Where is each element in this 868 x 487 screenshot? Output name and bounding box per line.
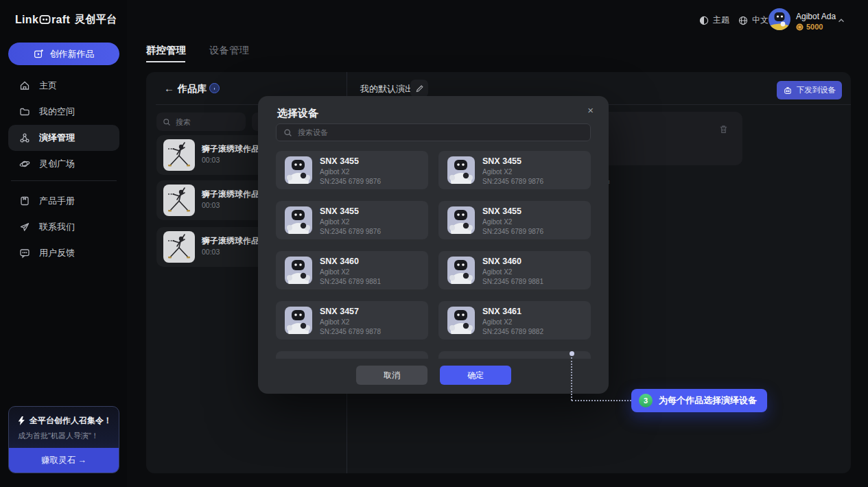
device-name: SNX 3455 bbox=[320, 206, 359, 216]
library-title: 作品库 bbox=[178, 83, 207, 95]
tab-group-control[interactable]: 群控管理 bbox=[146, 44, 186, 57]
cancel-button[interactable]: 取消 bbox=[356, 366, 427, 385]
modal-title: 选择设备 bbox=[277, 107, 318, 120]
confirm-button[interactable]: 确定 bbox=[440, 366, 511, 385]
sidebar-item-performance-mgmt[interactable]: 演绎管理 bbox=[8, 125, 119, 151]
device-avatar bbox=[447, 206, 475, 234]
device-card[interactable]: SNX 3457 Agibot X2 SN:2345 6789 9878 bbox=[276, 301, 428, 340]
lightning-icon bbox=[18, 416, 25, 425]
device-model: Agibot X2 bbox=[482, 268, 512, 276]
trash-icon[interactable] bbox=[718, 124, 729, 134]
sidebar-item-label: 产品手册 bbox=[39, 195, 75, 207]
device-name: SNX 3457 bbox=[320, 307, 359, 316]
device-avatar bbox=[285, 257, 312, 284]
onboarding-tooltip: 3 为每个作品选择演绎设备 bbox=[631, 389, 767, 412]
work-title: 狮子滚绣球作品 bbox=[202, 235, 259, 247]
device-sn: SN:2345 6789 9876 bbox=[320, 228, 381, 235]
theme-icon bbox=[699, 16, 709, 25]
close-icon[interactable]: × bbox=[587, 105, 594, 115]
globe-icon bbox=[738, 16, 748, 25]
sidebar-item-plaza[interactable]: 灵创广场 bbox=[8, 151, 119, 177]
step-badge: 3 bbox=[639, 394, 653, 407]
back-arrow-icon[interactable]: ← bbox=[164, 82, 174, 94]
create-work-label: 创作新作品 bbox=[50, 48, 95, 60]
library-search[interactable] bbox=[156, 112, 246, 131]
device-name: SNX 3455 bbox=[482, 156, 521, 166]
device-card[interactable]: SNX 3460 Agibot X2 SN:2345 6789 9881 bbox=[438, 251, 591, 289]
tab-active-underline bbox=[146, 61, 185, 62]
device-card[interactable]: SNX 3455 Agibot X2 SN:2345 6789 9876 bbox=[438, 201, 591, 239]
device-card[interactable]: SNX 3460 Agibot X2 SN:2345 6789 9881 bbox=[276, 251, 428, 289]
coin-icon bbox=[796, 23, 804, 31]
device-card-partial bbox=[438, 351, 591, 359]
work-duration: 00:03 bbox=[202, 156, 220, 164]
sidebar-item-my-space[interactable]: 我的空间 bbox=[8, 99, 119, 125]
create-work-button[interactable]: 创作新作品 bbox=[8, 43, 119, 65]
sidebar-divider bbox=[11, 180, 117, 181]
sidebar-item-label: 联系我们 bbox=[39, 221, 75, 233]
robot-head-icon bbox=[783, 86, 793, 95]
sidebar-item-contact-us[interactable]: 联系我们 bbox=[8, 214, 119, 240]
sidebar-item-product-manual[interactable]: 产品手册 bbox=[8, 188, 119, 214]
search-icon bbox=[163, 118, 171, 126]
planet-icon bbox=[19, 158, 30, 169]
sidebar-item-label: 演绎管理 bbox=[39, 132, 75, 144]
folder-icon bbox=[19, 106, 30, 117]
theme-toggle[interactable]: 主题 bbox=[699, 14, 729, 26]
create-video-icon bbox=[34, 49, 44, 59]
device-name: SNX 3460 bbox=[482, 257, 521, 266]
device-search-input[interactable] bbox=[298, 128, 583, 136]
tooltip-text: 为每个作品选择演绎设备 bbox=[659, 394, 757, 407]
pencil-icon bbox=[415, 84, 424, 93]
device-card[interactable]: SNX 3455 Agibot X2 SN:2345 6789 9876 bbox=[276, 151, 428, 189]
hub-nodes-icon bbox=[19, 132, 30, 143]
paper-plane-icon bbox=[19, 222, 30, 233]
device-name: SNX 3455 bbox=[320, 156, 359, 166]
earn-gems-button[interactable]: 赚取灵石 → bbox=[9, 448, 119, 473]
device-model: Agibot X2 bbox=[320, 218, 349, 226]
logo-text-post: raft bbox=[51, 14, 70, 26]
device-sn: SN:2345 6789 9881 bbox=[320, 278, 381, 285]
search-icon bbox=[283, 128, 292, 137]
deploy-label: 下发到设备 bbox=[797, 85, 836, 95]
tab-device-management[interactable]: 设备管理 bbox=[209, 44, 249, 57]
device-avatar bbox=[447, 156, 475, 184]
info-icon[interactable] bbox=[209, 83, 220, 93]
user-avatar[interactable] bbox=[769, 8, 790, 30]
device-sn: SN:2345 6789 9876 bbox=[482, 178, 543, 185]
work-duration: 00:03 bbox=[202, 201, 220, 209]
device-name: SNX 3461 bbox=[482, 307, 521, 316]
device-list: SNX 3455 Agibot X2 SN:2345 6789 9876 SNX… bbox=[276, 151, 591, 359]
sidebar: Link raft 灵创平台 创作新作品 主页 我的空间 演绎管理 灵创广场 产… bbox=[0, 0, 127, 487]
deploy-to-device-button[interactable]: 下发到设备 bbox=[777, 81, 842, 99]
sidebar-item-home[interactable]: 主页 bbox=[8, 73, 119, 99]
device-avatar bbox=[447, 307, 475, 334]
device-card[interactable]: SNX 3455 Agibot X2 SN:2345 6789 9876 bbox=[276, 201, 428, 239]
work-title: 狮子滚绣球作品 bbox=[202, 189, 259, 200]
sidebar-item-feedback[interactable]: 用户反馈 bbox=[8, 240, 119, 266]
guide-anchor-dot bbox=[570, 351, 574, 356]
sidebar-item-label: 用户反馈 bbox=[39, 247, 75, 259]
device-card[interactable]: SNX 3455 Agibot X2 SN:2345 6789 9876 bbox=[438, 151, 591, 189]
device-model: Agibot X2 bbox=[482, 318, 512, 326]
select-device-modal: 选择设备 × SNX 3455 Agibot X2 SN:2345 6789 9… bbox=[258, 96, 609, 394]
device-model: Agibot X2 bbox=[320, 318, 349, 326]
device-search[interactable] bbox=[276, 123, 591, 141]
device-model: Agibot X2 bbox=[320, 168, 349, 176]
device-card[interactable]: SNX 3461 Agibot X2 SN:2345 6789 9882 bbox=[438, 301, 591, 340]
device-model: Agibot X2 bbox=[482, 218, 512, 226]
device-sn: SN:2345 6789 9876 bbox=[320, 178, 381, 185]
app-logo: Link raft 灵创平台 bbox=[15, 13, 117, 26]
device-sn: SN:2345 6789 9878 bbox=[320, 328, 381, 335]
user-coins: 5000 bbox=[796, 23, 823, 31]
guide-dotted-line-horizontal bbox=[572, 400, 631, 401]
sidebar-item-label: 灵创广场 bbox=[39, 158, 75, 170]
promo-subtitle: 成为首批"机器人导演"！ bbox=[18, 431, 99, 441]
device-model: Agibot X2 bbox=[320, 268, 349, 276]
user-menu-collapse[interactable] bbox=[836, 16, 846, 28]
user-name[interactable]: Agibot Ada bbox=[796, 12, 836, 21]
edit-name-button[interactable] bbox=[410, 80, 428, 97]
home-icon bbox=[19, 80, 30, 91]
device-card-partial bbox=[276, 351, 428, 359]
language-switcher[interactable]: 中文 bbox=[738, 14, 769, 26]
